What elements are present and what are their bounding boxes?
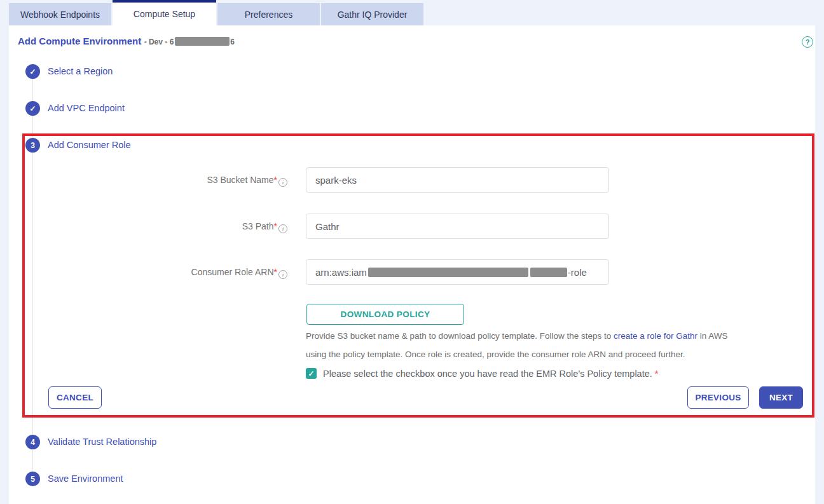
tab-compute-setup[interactable]: Compute Setup <box>113 0 216 25</box>
step-1-select-a-region[interactable]: Select a Region <box>48 64 113 79</box>
helper-text-part-1: Provide S3 bucket name & path to downloa… <box>306 331 614 341</box>
required-asterisk: * <box>655 369 659 379</box>
consumer-role-arn-label: Consumer Role ARN*i <box>127 266 287 279</box>
step-4-validate-trust-relationship[interactable]: Validate Trust Relationship <box>48 435 156 449</box>
s3-path-input[interactable] <box>306 214 609 239</box>
environment-label-suffix: 6 <box>230 37 235 46</box>
step-4-number-badge: 4 <box>25 435 40 449</box>
step-2-add-vpc-endpoint[interactable]: Add VPC Endpoint <box>48 101 125 116</box>
policy-read-checkbox-row: ✓ Please select the checkbox once you ha… <box>306 368 658 379</box>
s3-path-label-text: S3 Path <box>242 221 274 231</box>
info-icon[interactable]: i <box>278 224 287 233</box>
redacted-arn-segment <box>530 268 567 277</box>
tab-preferences[interactable]: Preferences <box>217 3 320 25</box>
required-asterisk: * <box>274 175 277 185</box>
tab-gathr-iq-provider[interactable]: Gathr IQ Provider <box>321 3 423 25</box>
step-1-check-icon: ✓ <box>25 64 40 79</box>
tab-bar: Webhook Endpoints Compute Setup Preferen… <box>9 0 425 25</box>
step-3-number-badge: 3 <box>25 138 40 153</box>
policy-helper-text: Provide S3 bucket name & path to downloa… <box>306 327 746 364</box>
step-5-number-badge: 5 <box>25 472 40 486</box>
s3-bucket-name-label-text: S3 Bucket Name <box>207 175 273 185</box>
required-asterisk: * <box>274 221 277 231</box>
s3-bucket-name-label: S3 Bucket Name*i <box>127 174 287 187</box>
consumer-role-arn-input[interactable]: arn:aws:iam-role <box>306 259 609 285</box>
s3-path-label: S3 Path*i <box>127 220 287 233</box>
step-2-check-icon: ✓ <box>25 101 40 116</box>
page-title: Add Compute Environment <box>18 36 141 46</box>
required-asterisk: * <box>274 267 277 277</box>
redacted-arn-segment <box>368 268 528 277</box>
next-button[interactable]: NEXT <box>759 386 803 409</box>
s3-bucket-name-input[interactable] <box>306 167 609 193</box>
create-role-link[interactable]: create a role for Gathr <box>614 331 697 341</box>
consumer-role-arn-label-text: Consumer Role ARN <box>191 267 274 277</box>
tab-webhook-endpoints[interactable]: Webhook Endpoints <box>9 3 111 25</box>
checkbox-label-text: Please select the checkbox once you have… <box>323 369 652 379</box>
cancel-button[interactable]: CANCEL <box>48 386 102 409</box>
previous-button[interactable]: PREVIOUS <box>687 386 749 409</box>
arn-value-suffix: -role <box>568 267 587 278</box>
step-5-save-environment[interactable]: Save Environment <box>48 472 123 486</box>
step-3-add-consumer-role[interactable]: Add Consumer Role <box>48 138 131 153</box>
policy-read-checkbox[interactable]: ✓ <box>306 368 317 379</box>
download-policy-button[interactable]: DOWNLOAD POLICY <box>306 304 464 325</box>
environment-label-prefix: - Dev - 6 <box>144 37 174 46</box>
redacted-environment-id <box>175 37 230 46</box>
page-title-row: Add Compute Environment - Dev - 66 <box>18 36 235 47</box>
policy-read-checkbox-label: Please select the checkbox once you have… <box>323 369 658 379</box>
info-icon[interactable]: i <box>278 270 287 279</box>
info-icon[interactable]: i <box>278 178 287 187</box>
arn-value-prefix: arn:aws:iam <box>315 267 367 278</box>
help-icon[interactable]: ? <box>802 36 813 48</box>
